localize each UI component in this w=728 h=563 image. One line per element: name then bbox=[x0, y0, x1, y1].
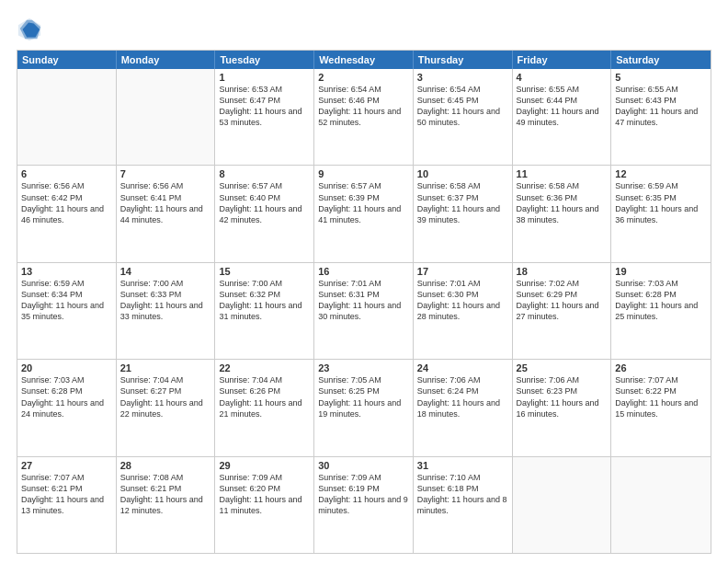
day-number: 1 bbox=[219, 72, 310, 83]
cell-info: Sunrise: 6:58 AM Sunset: 6:36 PM Dayligh… bbox=[517, 180, 608, 225]
cell-info: Sunrise: 7:06 AM Sunset: 6:24 PM Dayligh… bbox=[417, 374, 508, 419]
calendar-cell bbox=[17, 69, 117, 165]
cell-info: Sunrise: 6:54 AM Sunset: 6:46 PM Dayligh… bbox=[318, 84, 409, 129]
cell-info: Sunrise: 7:04 AM Sunset: 6:26 PM Dayligh… bbox=[219, 374, 310, 419]
calendar-cell: 19Sunrise: 7:03 AM Sunset: 6:28 PM Dayli… bbox=[611, 263, 711, 359]
calendar-header: SundayMondayTuesdayWednesdayThursdayFrid… bbox=[17, 51, 711, 69]
calendar-cell: 4Sunrise: 6:55 AM Sunset: 6:44 PM Daylig… bbox=[513, 69, 612, 165]
day-number: 20 bbox=[21, 362, 112, 373]
day-number: 10 bbox=[417, 168, 508, 179]
calendar-row: 1Sunrise: 6:53 AM Sunset: 6:47 PM Daylig… bbox=[17, 69, 711, 166]
day-number: 7 bbox=[120, 168, 211, 179]
day-number: 11 bbox=[517, 168, 608, 179]
day-number: 28 bbox=[120, 460, 211, 471]
day-number: 23 bbox=[318, 362, 409, 373]
calendar-cell: 14Sunrise: 7:00 AM Sunset: 6:33 PM Dayli… bbox=[117, 263, 216, 359]
cell-info: Sunrise: 6:57 AM Sunset: 6:40 PM Dayligh… bbox=[219, 180, 310, 225]
calendar-row: 6Sunrise: 6:56 AM Sunset: 6:42 PM Daylig… bbox=[17, 166, 711, 262]
cell-info: Sunrise: 7:06 AM Sunset: 6:23 PM Dayligh… bbox=[517, 374, 608, 419]
calendar-cell: 15Sunrise: 7:00 AM Sunset: 6:32 PM Dayli… bbox=[215, 263, 314, 359]
day-number: 25 bbox=[517, 362, 608, 373]
cell-info: Sunrise: 6:56 AM Sunset: 6:41 PM Dayligh… bbox=[120, 180, 211, 225]
cell-info: Sunrise: 6:56 AM Sunset: 6:42 PM Dayligh… bbox=[21, 180, 112, 225]
day-number: 30 bbox=[318, 460, 409, 471]
day-number: 21 bbox=[120, 362, 211, 373]
logo-icon bbox=[17, 17, 42, 42]
cell-info: Sunrise: 7:00 AM Sunset: 6:33 PM Dayligh… bbox=[120, 278, 211, 323]
weekday-header: Sunday bbox=[17, 51, 117, 69]
cell-info: Sunrise: 7:05 AM Sunset: 6:25 PM Dayligh… bbox=[318, 374, 409, 419]
calendar-cell: 22Sunrise: 7:04 AM Sunset: 6:26 PM Dayli… bbox=[215, 360, 314, 455]
calendar-cell bbox=[513, 457, 612, 553]
calendar-cell: 7Sunrise: 6:56 AM Sunset: 6:41 PM Daylig… bbox=[117, 166, 216, 261]
calendar-cell: 3Sunrise: 6:54 AM Sunset: 6:45 PM Daylig… bbox=[414, 69, 513, 165]
weekday-header: Thursday bbox=[414, 51, 513, 69]
day-number: 4 bbox=[517, 72, 608, 83]
page: SundayMondayTuesdayWednesdayThursdayFrid… bbox=[0, 0, 728, 563]
day-number: 6 bbox=[21, 168, 112, 179]
calendar-cell: 21Sunrise: 7:04 AM Sunset: 6:27 PM Dayli… bbox=[117, 360, 216, 455]
day-number: 8 bbox=[219, 168, 310, 179]
calendar-cell: 31Sunrise: 7:10 AM Sunset: 6:18 PM Dayli… bbox=[414, 457, 513, 553]
cell-info: Sunrise: 7:07 AM Sunset: 6:21 PM Dayligh… bbox=[21, 472, 112, 517]
weekday-header: Wednesday bbox=[314, 51, 414, 69]
calendar-cell: 5Sunrise: 6:55 AM Sunset: 6:43 PM Daylig… bbox=[611, 69, 711, 165]
cell-info: Sunrise: 7:09 AM Sunset: 6:19 PM Dayligh… bbox=[318, 472, 409, 517]
calendar-cell: 18Sunrise: 7:02 AM Sunset: 6:29 PM Dayli… bbox=[513, 263, 612, 359]
weekday-header: Saturday bbox=[611, 51, 711, 69]
day-number: 24 bbox=[417, 362, 508, 373]
calendar-cell: 8Sunrise: 6:57 AM Sunset: 6:40 PM Daylig… bbox=[215, 166, 314, 261]
calendar-cell bbox=[611, 457, 711, 553]
calendar-body: 1Sunrise: 6:53 AM Sunset: 6:47 PM Daylig… bbox=[17, 69, 711, 553]
calendar-cell: 16Sunrise: 7:01 AM Sunset: 6:31 PM Dayli… bbox=[314, 263, 414, 359]
cell-info: Sunrise: 6:59 AM Sunset: 6:34 PM Dayligh… bbox=[21, 278, 112, 323]
day-number: 13 bbox=[21, 266, 112, 277]
calendar-cell: 27Sunrise: 7:07 AM Sunset: 6:21 PM Dayli… bbox=[17, 457, 117, 553]
calendar-cell: 23Sunrise: 7:05 AM Sunset: 6:25 PM Dayli… bbox=[314, 360, 414, 455]
cell-info: Sunrise: 7:09 AM Sunset: 6:20 PM Dayligh… bbox=[219, 472, 310, 517]
day-number: 26 bbox=[615, 362, 707, 373]
header bbox=[17, 17, 711, 42]
calendar-cell: 11Sunrise: 6:58 AM Sunset: 6:36 PM Dayli… bbox=[513, 166, 612, 261]
day-number: 22 bbox=[219, 362, 310, 373]
cell-info: Sunrise: 7:03 AM Sunset: 6:28 PM Dayligh… bbox=[21, 374, 112, 419]
calendar-cell: 10Sunrise: 6:58 AM Sunset: 6:37 PM Dayli… bbox=[414, 166, 513, 261]
cell-info: Sunrise: 7:02 AM Sunset: 6:29 PM Dayligh… bbox=[517, 278, 608, 323]
cell-info: Sunrise: 7:07 AM Sunset: 6:22 PM Dayligh… bbox=[615, 374, 707, 419]
day-number: 19 bbox=[615, 266, 707, 277]
cell-info: Sunrise: 6:58 AM Sunset: 6:37 PM Dayligh… bbox=[417, 180, 508, 225]
day-number: 14 bbox=[120, 266, 211, 277]
calendar-cell: 6Sunrise: 6:56 AM Sunset: 6:42 PM Daylig… bbox=[17, 166, 117, 261]
calendar-cell: 30Sunrise: 7:09 AM Sunset: 6:19 PM Dayli… bbox=[314, 457, 414, 553]
calendar-cell: 29Sunrise: 7:09 AM Sunset: 6:20 PM Dayli… bbox=[215, 457, 314, 553]
day-number: 15 bbox=[219, 266, 310, 277]
cell-info: Sunrise: 7:00 AM Sunset: 6:32 PM Dayligh… bbox=[219, 278, 310, 323]
day-number: 27 bbox=[21, 460, 112, 471]
cell-info: Sunrise: 6:55 AM Sunset: 6:44 PM Dayligh… bbox=[517, 84, 608, 129]
calendar-cell bbox=[117, 69, 216, 165]
day-number: 18 bbox=[517, 266, 608, 277]
logo bbox=[17, 17, 46, 42]
cell-info: Sunrise: 6:57 AM Sunset: 6:39 PM Dayligh… bbox=[318, 180, 409, 225]
cell-info: Sunrise: 7:04 AM Sunset: 6:27 PM Dayligh… bbox=[120, 374, 211, 419]
cell-info: Sunrise: 7:01 AM Sunset: 6:30 PM Dayligh… bbox=[417, 278, 508, 323]
day-number: 2 bbox=[318, 72, 409, 83]
weekday-header: Monday bbox=[117, 51, 216, 69]
calendar-cell: 1Sunrise: 6:53 AM Sunset: 6:47 PM Daylig… bbox=[215, 69, 314, 165]
calendar-cell: 28Sunrise: 7:08 AM Sunset: 6:21 PM Dayli… bbox=[117, 457, 216, 553]
calendar-cell: 17Sunrise: 7:01 AM Sunset: 6:30 PM Dayli… bbox=[414, 263, 513, 359]
calendar-cell: 9Sunrise: 6:57 AM Sunset: 6:39 PM Daylig… bbox=[314, 166, 414, 261]
weekday-header: Friday bbox=[513, 51, 612, 69]
cell-info: Sunrise: 6:54 AM Sunset: 6:45 PM Dayligh… bbox=[417, 84, 508, 129]
calendar-cell: 12Sunrise: 6:59 AM Sunset: 6:35 PM Dayli… bbox=[611, 166, 711, 261]
cell-info: Sunrise: 7:03 AM Sunset: 6:28 PM Dayligh… bbox=[615, 278, 707, 323]
day-number: 16 bbox=[318, 266, 409, 277]
calendar-cell: 26Sunrise: 7:07 AM Sunset: 6:22 PM Dayli… bbox=[611, 360, 711, 455]
cell-info: Sunrise: 6:55 AM Sunset: 6:43 PM Dayligh… bbox=[615, 84, 707, 129]
calendar-cell: 2Sunrise: 6:54 AM Sunset: 6:46 PM Daylig… bbox=[314, 69, 414, 165]
cell-info: Sunrise: 7:08 AM Sunset: 6:21 PM Dayligh… bbox=[120, 472, 211, 517]
calendar-row: 13Sunrise: 6:59 AM Sunset: 6:34 PM Dayli… bbox=[17, 263, 711, 360]
day-number: 17 bbox=[417, 266, 508, 277]
cell-info: Sunrise: 6:59 AM Sunset: 6:35 PM Dayligh… bbox=[615, 180, 707, 225]
cell-info: Sunrise: 6:53 AM Sunset: 6:47 PM Dayligh… bbox=[219, 84, 310, 129]
